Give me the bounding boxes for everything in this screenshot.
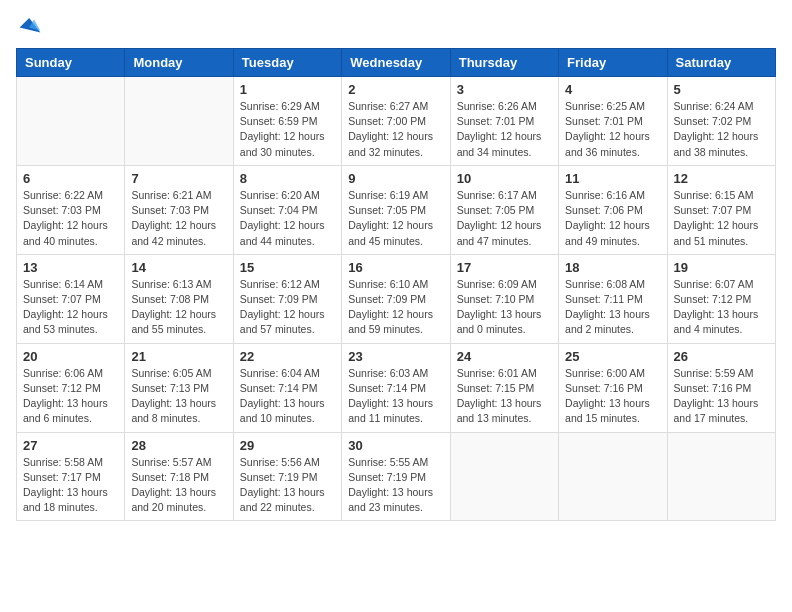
calendar-day-cell — [125, 77, 233, 166]
calendar-day-cell: 2Sunrise: 6:27 AMSunset: 7:00 PMDaylight… — [342, 77, 450, 166]
calendar-day-cell — [450, 432, 558, 521]
day-info: Sunrise: 6:24 AMSunset: 7:02 PMDaylight:… — [674, 99, 769, 160]
day-info: Sunrise: 6:01 AMSunset: 7:15 PMDaylight:… — [457, 366, 552, 427]
calendar-week-row: 27Sunrise: 5:58 AMSunset: 7:17 PMDayligh… — [17, 432, 776, 521]
calendar-day-cell: 27Sunrise: 5:58 AMSunset: 7:17 PMDayligh… — [17, 432, 125, 521]
calendar-day-cell: 26Sunrise: 5:59 AMSunset: 7:16 PMDayligh… — [667, 343, 775, 432]
day-number: 18 — [565, 260, 660, 275]
calendar-day-cell: 4Sunrise: 6:25 AMSunset: 7:01 PMDaylight… — [559, 77, 667, 166]
day-number: 23 — [348, 349, 443, 364]
day-number: 29 — [240, 438, 335, 453]
calendar-day-cell — [667, 432, 775, 521]
day-number: 2 — [348, 82, 443, 97]
calendar-header-row: SundayMondayTuesdayWednesdayThursdayFrid… — [17, 49, 776, 77]
day-number: 19 — [674, 260, 769, 275]
day-number: 3 — [457, 82, 552, 97]
day-info: Sunrise: 6:29 AMSunset: 6:59 PMDaylight:… — [240, 99, 335, 160]
calendar-week-row: 20Sunrise: 6:06 AMSunset: 7:12 PMDayligh… — [17, 343, 776, 432]
calendar-week-row: 6Sunrise: 6:22 AMSunset: 7:03 PMDaylight… — [17, 165, 776, 254]
day-of-week-header: Thursday — [450, 49, 558, 77]
day-number: 22 — [240, 349, 335, 364]
day-info: Sunrise: 6:19 AMSunset: 7:05 PMDaylight:… — [348, 188, 443, 249]
day-info: Sunrise: 6:21 AMSunset: 7:03 PMDaylight:… — [131, 188, 226, 249]
day-number: 13 — [23, 260, 118, 275]
calendar-day-cell: 15Sunrise: 6:12 AMSunset: 7:09 PMDayligh… — [233, 254, 341, 343]
calendar-day-cell: 10Sunrise: 6:17 AMSunset: 7:05 PMDayligh… — [450, 165, 558, 254]
calendar-day-cell: 9Sunrise: 6:19 AMSunset: 7:05 PMDaylight… — [342, 165, 450, 254]
calendar-table: SundayMondayTuesdayWednesdayThursdayFrid… — [16, 48, 776, 521]
calendar-day-cell: 18Sunrise: 6:08 AMSunset: 7:11 PMDayligh… — [559, 254, 667, 343]
calendar-day-cell: 7Sunrise: 6:21 AMSunset: 7:03 PMDaylight… — [125, 165, 233, 254]
day-number: 14 — [131, 260, 226, 275]
calendar-day-cell: 17Sunrise: 6:09 AMSunset: 7:10 PMDayligh… — [450, 254, 558, 343]
day-info: Sunrise: 6:25 AMSunset: 7:01 PMDaylight:… — [565, 99, 660, 160]
day-number: 7 — [131, 171, 226, 186]
day-info: Sunrise: 6:14 AMSunset: 7:07 PMDaylight:… — [23, 277, 118, 338]
day-info: Sunrise: 6:00 AMSunset: 7:16 PMDaylight:… — [565, 366, 660, 427]
day-info: Sunrise: 6:22 AMSunset: 7:03 PMDaylight:… — [23, 188, 118, 249]
day-of-week-header: Tuesday — [233, 49, 341, 77]
calendar-day-cell: 19Sunrise: 6:07 AMSunset: 7:12 PMDayligh… — [667, 254, 775, 343]
calendar-day-cell: 13Sunrise: 6:14 AMSunset: 7:07 PMDayligh… — [17, 254, 125, 343]
day-number: 5 — [674, 82, 769, 97]
day-info: Sunrise: 6:13 AMSunset: 7:08 PMDaylight:… — [131, 277, 226, 338]
day-number: 1 — [240, 82, 335, 97]
calendar-day-cell: 22Sunrise: 6:04 AMSunset: 7:14 PMDayligh… — [233, 343, 341, 432]
day-number: 17 — [457, 260, 552, 275]
day-number: 24 — [457, 349, 552, 364]
day-of-week-header: Saturday — [667, 49, 775, 77]
calendar-day-cell — [17, 77, 125, 166]
calendar-day-cell: 3Sunrise: 6:26 AMSunset: 7:01 PMDaylight… — [450, 77, 558, 166]
day-info: Sunrise: 6:07 AMSunset: 7:12 PMDaylight:… — [674, 277, 769, 338]
day-info: Sunrise: 6:16 AMSunset: 7:06 PMDaylight:… — [565, 188, 660, 249]
calendar-day-cell — [559, 432, 667, 521]
logo — [16, 16, 42, 36]
logo-icon — [18, 16, 42, 36]
day-number: 16 — [348, 260, 443, 275]
day-info: Sunrise: 6:26 AMSunset: 7:01 PMDaylight:… — [457, 99, 552, 160]
day-info: Sunrise: 6:05 AMSunset: 7:13 PMDaylight:… — [131, 366, 226, 427]
day-number: 4 — [565, 82, 660, 97]
day-number: 30 — [348, 438, 443, 453]
calendar-day-cell: 24Sunrise: 6:01 AMSunset: 7:15 PMDayligh… — [450, 343, 558, 432]
calendar-day-cell: 30Sunrise: 5:55 AMSunset: 7:19 PMDayligh… — [342, 432, 450, 521]
day-info: Sunrise: 6:15 AMSunset: 7:07 PMDaylight:… — [674, 188, 769, 249]
calendar-week-row: 13Sunrise: 6:14 AMSunset: 7:07 PMDayligh… — [17, 254, 776, 343]
day-number: 11 — [565, 171, 660, 186]
day-number: 12 — [674, 171, 769, 186]
calendar-day-cell: 11Sunrise: 6:16 AMSunset: 7:06 PMDayligh… — [559, 165, 667, 254]
calendar-day-cell: 20Sunrise: 6:06 AMSunset: 7:12 PMDayligh… — [17, 343, 125, 432]
day-number: 26 — [674, 349, 769, 364]
day-of-week-header: Monday — [125, 49, 233, 77]
day-of-week-header: Sunday — [17, 49, 125, 77]
day-of-week-header: Friday — [559, 49, 667, 77]
day-info: Sunrise: 6:09 AMSunset: 7:10 PMDaylight:… — [457, 277, 552, 338]
day-info: Sunrise: 6:17 AMSunset: 7:05 PMDaylight:… — [457, 188, 552, 249]
day-info: Sunrise: 6:10 AMSunset: 7:09 PMDaylight:… — [348, 277, 443, 338]
calendar-day-cell: 8Sunrise: 6:20 AMSunset: 7:04 PMDaylight… — [233, 165, 341, 254]
day-info: Sunrise: 5:56 AMSunset: 7:19 PMDaylight:… — [240, 455, 335, 516]
day-info: Sunrise: 5:55 AMSunset: 7:19 PMDaylight:… — [348, 455, 443, 516]
day-number: 9 — [348, 171, 443, 186]
day-info: Sunrise: 6:12 AMSunset: 7:09 PMDaylight:… — [240, 277, 335, 338]
calendar-day-cell: 23Sunrise: 6:03 AMSunset: 7:14 PMDayligh… — [342, 343, 450, 432]
day-number: 21 — [131, 349, 226, 364]
calendar-day-cell: 25Sunrise: 6:00 AMSunset: 7:16 PMDayligh… — [559, 343, 667, 432]
day-info: Sunrise: 6:06 AMSunset: 7:12 PMDaylight:… — [23, 366, 118, 427]
day-info: Sunrise: 6:20 AMSunset: 7:04 PMDaylight:… — [240, 188, 335, 249]
calendar-day-cell: 1Sunrise: 6:29 AMSunset: 6:59 PMDaylight… — [233, 77, 341, 166]
day-number: 6 — [23, 171, 118, 186]
day-number: 27 — [23, 438, 118, 453]
day-number: 10 — [457, 171, 552, 186]
day-of-week-header: Wednesday — [342, 49, 450, 77]
day-info: Sunrise: 6:03 AMSunset: 7:14 PMDaylight:… — [348, 366, 443, 427]
calendar-day-cell: 28Sunrise: 5:57 AMSunset: 7:18 PMDayligh… — [125, 432, 233, 521]
day-number: 28 — [131, 438, 226, 453]
calendar-day-cell: 6Sunrise: 6:22 AMSunset: 7:03 PMDaylight… — [17, 165, 125, 254]
calendar-day-cell: 5Sunrise: 6:24 AMSunset: 7:02 PMDaylight… — [667, 77, 775, 166]
calendar-day-cell: 14Sunrise: 6:13 AMSunset: 7:08 PMDayligh… — [125, 254, 233, 343]
day-info: Sunrise: 6:04 AMSunset: 7:14 PMDaylight:… — [240, 366, 335, 427]
day-info: Sunrise: 6:27 AMSunset: 7:00 PMDaylight:… — [348, 99, 443, 160]
svg-marker-0 — [20, 18, 41, 32]
day-info: Sunrise: 5:59 AMSunset: 7:16 PMDaylight:… — [674, 366, 769, 427]
